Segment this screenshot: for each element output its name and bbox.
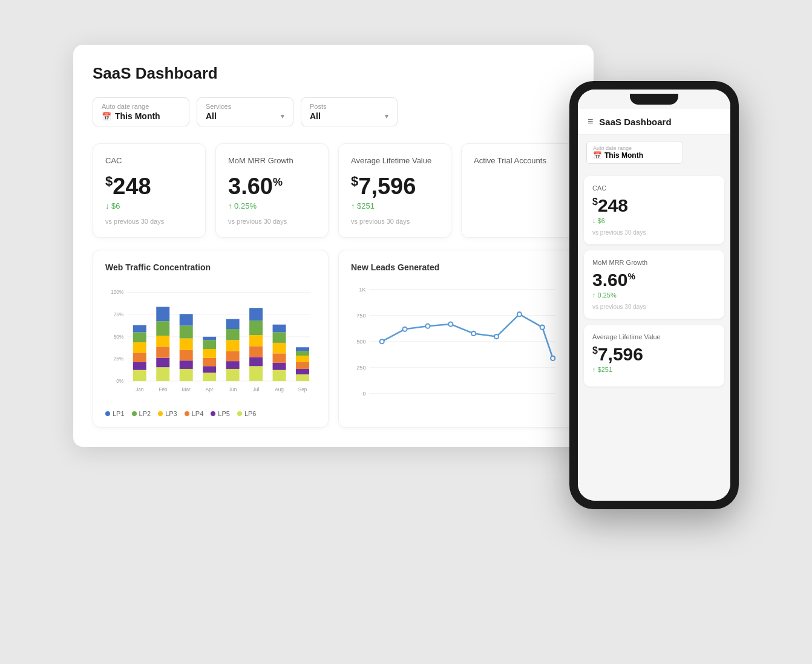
bar-chart-card: Web Traffic Concentration 100% 75% 50% 2 <box>93 250 329 428</box>
svg-rect-38 <box>203 337 216 340</box>
svg-rect-33 <box>203 373 216 381</box>
svg-point-82 <box>402 327 407 331</box>
phone-mrr-card: MoM MRR Growth 3.60% ↑ 0.25% vs previous… <box>584 250 724 319</box>
services-chevron-icon: ▾ <box>281 112 284 120</box>
phone-date-filter[interactable]: Auto date range 📅 This Month <box>586 141 683 164</box>
cac-card: CAC $248 ↓ $6 vs previous 30 days <box>93 143 206 238</box>
svg-rect-46 <box>249 357 263 366</box>
legend-lp3: LP3 <box>158 410 177 417</box>
svg-rect-49 <box>249 321 263 335</box>
phone-cac-change: ↓ $6 <box>592 217 716 224</box>
ltv-vs: vs previous 30 days <box>351 218 439 225</box>
svg-rect-47 <box>249 346 263 357</box>
legend-lp1-label: LP1 <box>113 410 125 417</box>
svg-text:0%: 0% <box>116 379 124 384</box>
filter-bar: Auto date range 📅 This Month Services Al… <box>93 97 574 126</box>
posts-text: All <box>310 111 321 121</box>
phone-mrr-percent: % <box>627 272 635 281</box>
svg-rect-22 <box>156 358 169 368</box>
svg-rect-34 <box>203 366 216 373</box>
svg-text:Sep: Sep <box>298 387 307 392</box>
svg-rect-20 <box>133 325 146 333</box>
svg-point-83 <box>425 324 430 328</box>
svg-rect-17 <box>133 353 146 362</box>
svg-rect-37 <box>203 340 216 349</box>
phone-dashboard-title: SaaS Dashboard <box>599 117 671 127</box>
phone-ltv-change: ↑ $251 <box>592 366 716 373</box>
svg-point-81 <box>380 339 384 343</box>
svg-rect-27 <box>180 369 193 381</box>
bar-chart-area: 100% 75% 50% 25% 0% <box>105 282 316 415</box>
phone-mrr-title: MoM MRR Growth <box>592 259 716 266</box>
posts-value-row: All ▾ <box>310 111 388 121</box>
date-range-filter[interactable]: Auto date range 📅 This Month <box>93 97 189 126</box>
svg-rect-61 <box>296 351 309 356</box>
legend-lp5-dot <box>211 411 215 416</box>
phone-mrr-value: 3.60% <box>592 271 716 289</box>
legend-lp1: LP1 <box>105 410 125 417</box>
services-filter[interactable]: Services All ▾ <box>197 97 293 126</box>
ltv-value: $7,596 <box>351 175 439 198</box>
svg-rect-24 <box>156 336 169 347</box>
line-chart-svg: 1K 750 500 250 0 <box>351 282 562 415</box>
phone-mrr-change: ↑ 0.25% <box>592 291 716 299</box>
phone-calendar-icon: 📅 <box>593 151 602 160</box>
services-value-row: All ▾ <box>206 111 284 121</box>
svg-rect-40 <box>226 361 240 369</box>
legend-lp3-label: LP3 <box>165 410 177 417</box>
mrr-percent: % <box>273 176 283 188</box>
svg-text:750: 750 <box>356 313 365 319</box>
svg-text:100%: 100% <box>111 290 124 295</box>
legend-lp5-label: LP5 <box>218 410 230 417</box>
legend-lp3-dot <box>158 411 163 416</box>
svg-text:Jun: Jun <box>229 387 237 392</box>
cac-currency: $ <box>105 174 113 189</box>
phone-mockup: ≡ SaaS Dashboard Auto date range 📅 This … <box>569 81 739 509</box>
posts-filter[interactable]: Posts All ▾ <box>301 97 398 126</box>
desktop-dashboard: SaaS Dashboard Auto date range 📅 This Mo… <box>73 45 594 447</box>
phone-cac-title: CAC <box>592 184 716 192</box>
svg-rect-26 <box>156 307 169 321</box>
svg-rect-62 <box>296 347 309 351</box>
svg-rect-28 <box>180 360 193 369</box>
page-wrapper: SaaS Dashboard Auto date range 📅 This Mo… <box>73 45 739 619</box>
svg-rect-32 <box>180 314 193 325</box>
phone-cac-vs: vs previous 30 days <box>592 229 716 236</box>
date-range-value: 📅 This Month <box>102 111 180 121</box>
svg-point-84 <box>448 322 453 327</box>
legend-lp5: LP5 <box>211 410 230 417</box>
svg-rect-18 <box>133 342 146 353</box>
svg-rect-56 <box>273 325 286 333</box>
phone-filter-text: This Month <box>604 151 643 160</box>
svg-rect-30 <box>180 339 193 350</box>
svg-text:1K: 1K <box>359 287 366 293</box>
svg-rect-50 <box>249 308 263 321</box>
svg-text:Jul: Jul <box>253 387 260 392</box>
svg-text:Feb: Feb <box>159 387 168 392</box>
svg-text:250: 250 <box>356 365 365 371</box>
svg-text:Jan: Jan <box>136 387 144 392</box>
ltv-change: ↑ $251 <box>351 201 439 210</box>
mrr-card: MoM MRR Growth 3.60% ↑ 0.25% vs previous… <box>215 143 329 238</box>
date-range-label: Auto date range <box>102 103 180 110</box>
svg-text:Apr: Apr <box>206 387 214 392</box>
svg-rect-39 <box>226 369 240 381</box>
posts-label: Posts <box>310 103 388 110</box>
legend-lp2-dot <box>132 411 137 416</box>
svg-rect-57 <box>296 374 309 381</box>
svg-text:0: 0 <box>362 391 365 397</box>
svg-point-89 <box>551 356 555 360</box>
hamburger-icon[interactable]: ≡ <box>588 116 593 127</box>
svg-rect-60 <box>296 356 309 362</box>
svg-rect-31 <box>180 326 193 339</box>
trial-card: Active Trial Accounts <box>461 143 574 238</box>
svg-rect-59 <box>296 362 309 369</box>
svg-rect-44 <box>226 319 240 329</box>
ltv-currency: $ <box>351 174 358 189</box>
svg-text:Mar: Mar <box>182 387 191 392</box>
mrr-value: 3.60% <box>228 175 316 198</box>
svg-rect-15 <box>133 370 146 381</box>
phone-ltv-value: $7,596 <box>592 345 716 363</box>
phone-filter-area: Auto date range 📅 This Month <box>578 135 730 170</box>
svg-rect-43 <box>226 329 240 340</box>
